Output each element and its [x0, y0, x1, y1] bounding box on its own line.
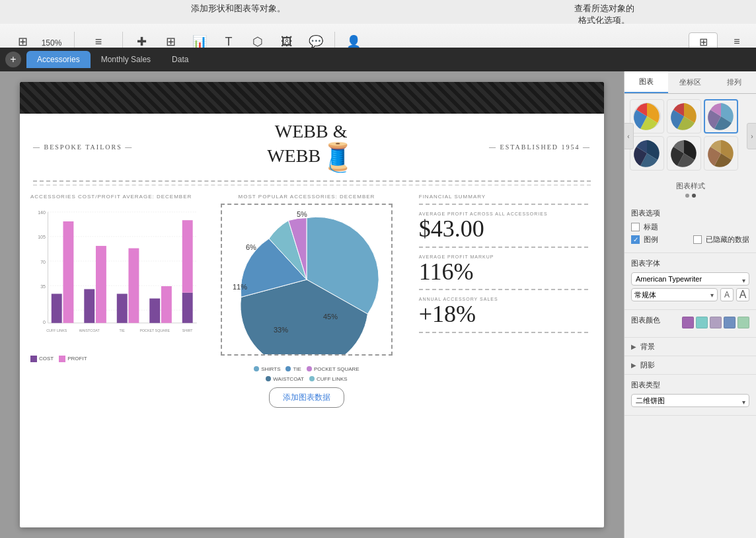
organize-icon: ≡ — [734, 36, 739, 48]
svg-rect-15 — [96, 246, 106, 323]
legend-tie: TIE — [285, 366, 301, 372]
style-dots — [624, 194, 756, 198]
svg-text:140: 140 — [38, 210, 46, 215]
font-size-down-button[interactable]: A — [720, 288, 734, 301]
shadow-arrow: ▶ — [631, 362, 636, 369]
swatch-5[interactable] — [737, 317, 749, 328]
divider-2 — [33, 184, 591, 186]
chart-options-title: 图表选项 — [631, 208, 749, 218]
chart-color-section: 图表颜色 — [624, 310, 756, 338]
title-checkbox[interactable] — [631, 223, 640, 231]
chart-type-select[interactable]: 二维饼图 — [631, 394, 749, 407]
chart-font-title: 图表字体 — [631, 258, 749, 268]
tab-chart[interactable]: 图表 — [624, 71, 668, 93]
svg-text:35: 35 — [40, 284, 46, 289]
svg-rect-17 — [128, 249, 139, 323]
shirts-dot — [254, 366, 259, 371]
chart-style-5[interactable] — [667, 136, 701, 171]
chart-style-6[interactable] — [704, 136, 738, 171]
style-dot-1 — [685, 194, 689, 198]
chart-style-2[interactable] — [667, 99, 701, 134]
annual-value: +18% — [419, 301, 588, 328]
add-tab-button[interactable]: + — [5, 52, 21, 67]
svg-rect-21 — [182, 220, 193, 293]
hidden-data-checkbox[interactable] — [693, 235, 702, 244]
svg-rect-12 — [52, 293, 62, 323]
legend-cost: COST — [30, 356, 54, 362]
bar-chart-section: ACCESSORIES COST/PROFIT AVERAGE: DECEMBE… — [30, 188, 200, 440]
chart-options-section: 图表选项 标题 ✓ 图例 已隐藏的数据 — [624, 203, 756, 253]
pie-legend: SHIRTS TIE POCKET SQUARE — [254, 366, 359, 372]
font-name-select[interactable]: American Typewriter — [631, 272, 749, 286]
decorative-band — [20, 82, 604, 114]
pie-chart-title: MOST POPULAR ACCESSORIES: DECEMBER — [239, 194, 375, 200]
svg-text:POCKET SQUARE: POCKET SQUARE — [139, 328, 170, 332]
chart-style-label: 图表样式 — [624, 181, 756, 191]
swatch-2[interactable] — [696, 317, 708, 328]
pct-waistcoat: 33% — [274, 326, 288, 334]
background-disclosure[interactable]: ▶ 背景 — [624, 338, 756, 356]
swatch-3[interactable] — [710, 317, 722, 328]
legend-checkbox[interactable]: ✓ — [631, 235, 640, 244]
legend-profit: PROFIT — [59, 356, 87, 362]
pie-wrapper: 45% 33% 11% 6% 5% — [221, 204, 393, 362]
style-dot-2 — [692, 194, 696, 198]
profit-color — [59, 356, 65, 362]
chart-type-wrapper: 二维饼图 — [631, 394, 749, 410]
font-size-up-button[interactable]: A — [736, 288, 749, 301]
legend-waistcoat: WAISTCOAT — [266, 376, 304, 382]
chart-style-row-1 — [630, 99, 751, 134]
pie-svg — [221, 204, 393, 356]
fin-divider-1 — [419, 204, 588, 205]
right-panel: 图表 坐标区 排列 — [624, 71, 756, 538]
color-swatches — [682, 317, 749, 328]
shadow-disclosure[interactable]: ▶ 阴影 — [624, 356, 756, 375]
chart-style-3[interactable] — [704, 99, 738, 134]
add-chart-data-button[interactable]: 添加图表数据 — [269, 387, 344, 408]
swatch-4[interactable] — [724, 317, 736, 328]
chart-type-title: 图表类型 — [631, 380, 749, 390]
brand-section: — BESPOKE TAILORS — WEBB &WEBB🧵 — ESTABL… — [20, 114, 604, 180]
swatch-1[interactable] — [682, 317, 694, 328]
pie-chart-section: MOST POPULAR ACCESSORIES: DECEMBER — [205, 188, 408, 440]
financial-title: FINANCIAL SUMMARY — [419, 194, 588, 200]
chart-style-1[interactable] — [630, 99, 664, 134]
tab-axis[interactable]: 坐标区 — [668, 71, 712, 93]
right-panel-tabs: 图表 坐标区 排列 — [624, 71, 756, 94]
chart-style-4[interactable] — [630, 136, 664, 171]
style-scroll-left[interactable]: ‹ — [624, 123, 634, 149]
tab-bar: + Accessories Monthly Sales Data — [0, 48, 756, 71]
svg-rect-14 — [84, 289, 94, 323]
hidden-data-label: 已隐藏的数据 — [706, 235, 749, 245]
pocketsquare-dot — [307, 366, 312, 371]
pct-shirts: 45% — [323, 313, 338, 321]
svg-rect-13 — [63, 221, 73, 323]
document-canvas: — BESPOKE TAILORS — WEBB &WEBB🧵 — ESTABL… — [20, 82, 604, 527]
bar-chart-title: ACCESSORIES COST/PROFIT AVERAGE: DECEMBE… — [30, 194, 200, 200]
tab-accessories[interactable]: Accessories — [26, 51, 91, 68]
background-arrow: ▶ — [631, 343, 636, 350]
font-style-row: 常规体 A A — [631, 288, 749, 301]
legend-option-row: ✓ 图例 已隐藏的数据 — [631, 235, 749, 245]
shadow-label: 阴影 — [640, 360, 655, 370]
font-style-select[interactable]: 常规体 — [631, 288, 718, 301]
style-scroll-right[interactable]: › — [747, 123, 756, 149]
legend-pocketsquare: POCKET SQUARE — [307, 366, 359, 372]
tie-dot — [285, 366, 291, 371]
bar-legend: COST PROFIT — [30, 356, 200, 362]
charts-row: ACCESSORIES COST/PROFIT AVERAGE: DECEMBE… — [20, 188, 604, 440]
format-options-tooltip: 查看所选对象的格式化选项。 — [551, 3, 657, 26]
chart-style-grid: ‹ › — [624, 94, 756, 178]
chart-color-title: 图表颜色 — [631, 315, 660, 325]
tab-data[interactable]: Data — [161, 51, 199, 68]
svg-rect-16 — [117, 293, 128, 323]
svg-rect-20 — [182, 293, 193, 323]
legend-cufflinks: CUFF LINKS — [309, 376, 348, 382]
svg-rect-18 — [149, 299, 160, 323]
cufflinks-dot — [309, 376, 315, 381]
tab-monthly-sales[interactable]: Monthly Sales — [91, 51, 161, 68]
fin-divider-4 — [419, 332, 588, 333]
tab-arrange[interactable]: 排列 — [712, 71, 756, 93]
bar-chart-container: 140 105 70 35 0 — [30, 204, 200, 440]
background-label: 背景 — [640, 342, 655, 352]
